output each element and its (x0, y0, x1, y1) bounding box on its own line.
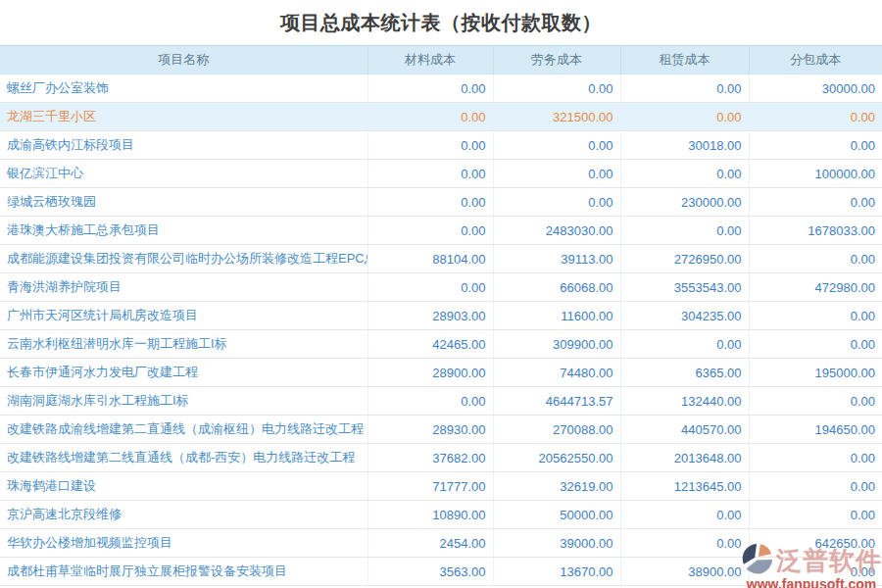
cell-project-name[interactable]: 绿城云栖玫瑰园 (0, 188, 368, 217)
table-row[interactable]: 青海洪湖养护院项目 0.00 66068.00 3553543.00 47298… (0, 273, 882, 302)
cell-project-name[interactable]: 港珠澳大桥施工总承包项目 (0, 217, 368, 245)
cell-rental-cost: 440570.00 (620, 416, 749, 444)
cell-project-name[interactable]: 珠海鹤港口建设 (0, 472, 368, 501)
table-row[interactable]: 港珠澳大桥施工总承包项目 0.00 2483030.00 0.00 167803… (0, 217, 882, 245)
cell-material-cost: 0.00 (368, 188, 493, 217)
cell-rental-cost: 0.00 (620, 501, 749, 529)
cell-labor-cost: 0.00 (493, 160, 620, 188)
cell-subcontract-cost: 472980.00 (749, 273, 882, 302)
cell-labor-cost: 321500.00 (493, 103, 620, 131)
cell-subcontract-cost: 0.00 (749, 387, 882, 416)
cell-labor-cost: 39000.00 (493, 529, 620, 558)
cell-labor-cost: 32619.00 (493, 472, 620, 501)
table-row[interactable]: 龙湖三千里小区 0.00 321500.00 0.00 0.00 (0, 103, 882, 131)
cell-labor-cost: 0.00 (493, 131, 620, 160)
cell-subcontract-cost: 0.00 (749, 188, 882, 217)
cell-rental-cost: 230000.00 (620, 188, 749, 217)
cell-rental-cost: 2726950.00 (620, 245, 749, 273)
table-row[interactable]: 绿城云栖玫瑰园 0.00 0.00 230000.00 0.00 (0, 188, 882, 217)
cell-rental-cost: 3553543.00 (620, 273, 749, 302)
cell-labor-cost: 66068.00 (493, 273, 620, 302)
cell-project-name[interactable]: 成都杜甫草堂临时展厅独立展柜报警设备安装项目 (0, 558, 368, 586)
cell-labor-cost: 270088.00 (493, 416, 620, 444)
cell-material-cost: 10890.00 (368, 501, 493, 529)
cell-project-name[interactable]: 青海洪湖养护院项目 (0, 273, 368, 302)
cell-labor-cost: 74480.00 (493, 359, 620, 387)
cell-labor-cost: 0.00 (493, 188, 620, 217)
col-header-subcontract-cost[interactable]: 分包成本 (749, 46, 882, 74)
table-row[interactable]: 银亿滨江中心 0.00 0.00 0.00 100000.00 (0, 160, 882, 188)
table-row[interactable]: 改建铁路线增建第二线直通线（成都-西安）电力线路迁改工程 37682.00 20… (0, 444, 882, 472)
cell-material-cost: 0.00 (368, 74, 493, 103)
col-header-material-cost[interactable]: 材料成本 (368, 46, 493, 74)
cell-subcontract-cost: 0.00 (749, 302, 882, 330)
table-row[interactable]: 长春市伊通河水力发电厂改建工程 28900.00 74480.00 6365.0… (0, 359, 882, 387)
cell-rental-cost: 2013648.00 (620, 444, 749, 472)
cell-material-cost: 2454.00 (368, 529, 493, 558)
cell-project-name[interactable]: 龙湖三千里小区 (0, 103, 368, 131)
project-cost-table: 项目名称 材料成本 劳务成本 租赁成本 分包成本 螺丝厂办公室装饰 0.00 0… (0, 45, 882, 586)
cell-subcontract-cost: 0.00 (749, 103, 882, 131)
table-row[interactable]: 改建铁路成渝线增建第二直通线（成渝枢纽）电力线路迁改工程 28930.00 27… (0, 416, 882, 444)
cell-rental-cost: 0.00 (620, 217, 749, 245)
cell-rental-cost: 6365.00 (620, 359, 749, 387)
table-row[interactable]: 成都能源建设集团投资有限公司临时办公场所装修改造工程EPC总承包 88104.0… (0, 245, 882, 273)
cell-subcontract-cost: 30000.00 (749, 74, 882, 103)
table-row[interactable]: 云南水利枢纽潜明水库一期工程施工I标 42465.00 309900.00 0.… (0, 330, 882, 359)
cell-material-cost: 28930.00 (368, 416, 493, 444)
table-row[interactable]: 成都杜甫草堂临时展厅独立展柜报警设备安装项目 3563.00 13670.00 … (0, 558, 882, 586)
cell-subcontract-cost: 194650.00 (749, 416, 882, 444)
cell-project-name[interactable]: 云南水利枢纽潜明水库一期工程施工I标 (0, 330, 368, 359)
cell-project-name[interactable]: 改建铁路线增建第二线直通线（成都-西安）电力线路迁改工程 (0, 444, 368, 472)
table-row[interactable]: 广州市天河区统计局机房改造项目 28903.00 11600.00 304235… (0, 302, 882, 330)
cell-rental-cost: 0.00 (620, 160, 749, 188)
cell-material-cost: 71777.00 (368, 472, 493, 501)
cell-rental-cost: 132440.00 (620, 387, 749, 416)
cell-labor-cost: 20562550.00 (493, 444, 620, 472)
cell-subcontract-cost: 0.00 (749, 245, 882, 273)
table-row[interactable]: 成渝高铁内江标段项目 0.00 0.00 30018.00 0.00 (0, 131, 882, 160)
cell-labor-cost: 0.00 (493, 74, 620, 103)
cell-subcontract-cost: 0.00 (749, 131, 882, 160)
cell-project-name[interactable]: 长春市伊通河水力发电厂改建工程 (0, 359, 368, 387)
cell-material-cost: 28903.00 (368, 302, 493, 330)
cell-project-name[interactable]: 银亿滨江中心 (0, 160, 368, 188)
cell-subcontract-cost: 0.00 (749, 472, 882, 501)
cell-project-name[interactable]: 广州市天河区统计局机房改造项目 (0, 302, 368, 330)
cell-labor-cost: 309900.00 (493, 330, 620, 359)
cell-rental-cost: 304235.00 (620, 302, 749, 330)
cell-labor-cost: 50000.00 (493, 501, 620, 529)
cell-material-cost: 3563.00 (368, 558, 493, 586)
table-row[interactable]: 螺丝厂办公室装饰 0.00 0.00 0.00 30000.00 (0, 74, 882, 103)
cell-rental-cost: 38900.00 (620, 558, 749, 586)
cell-subcontract-cost: 100000.00 (749, 160, 882, 188)
col-header-rental-cost[interactable]: 租赁成本 (620, 46, 749, 74)
cell-material-cost: 0.00 (368, 103, 493, 131)
table-row[interactable]: 珠海鹤港口建设 71777.00 32619.00 1213645.00 0.0… (0, 472, 882, 501)
cell-project-name[interactable]: 华软办公楼增加视频监控项目 (0, 529, 368, 558)
cell-project-name[interactable]: 湖南洞庭湖水库引水工程施工I标 (0, 387, 368, 416)
cell-project-name[interactable]: 成渝高铁内江标段项目 (0, 131, 368, 160)
cell-material-cost: 37682.00 (368, 444, 493, 472)
cell-project-name[interactable]: 螺丝厂办公室装饰 (0, 74, 368, 103)
cell-labor-cost: 4644713.57 (493, 387, 620, 416)
table-row[interactable]: 京沪高速北京段维修 10890.00 50000.00 0.00 0.00 (0, 501, 882, 529)
table-row[interactable]: 湖南洞庭湖水库引水工程施工I标 0.00 4644713.57 132440.0… (0, 387, 882, 416)
cell-labor-cost: 11600.00 (493, 302, 620, 330)
cell-labor-cost: 39113.00 (493, 245, 620, 273)
cell-project-name[interactable]: 京沪高速北京段维修 (0, 501, 368, 529)
cell-subcontract-cost: 195000.00 (749, 359, 882, 387)
cell-labor-cost: 2483030.00 (493, 217, 620, 245)
cell-project-name[interactable]: 成都能源建设集团投资有限公司临时办公场所装修改造工程EPC总承包 (0, 245, 368, 273)
table-row[interactable]: 华软办公楼增加视频监控项目 2454.00 39000.00 0.00 6426… (0, 529, 882, 558)
cell-rental-cost: 0.00 (620, 330, 749, 359)
cell-rental-cost: 1213645.00 (620, 472, 749, 501)
cell-project-name[interactable]: 改建铁路成渝线增建第二直通线（成渝枢纽）电力线路迁改工程 (0, 416, 368, 444)
cell-rental-cost: 0.00 (620, 74, 749, 103)
cell-material-cost: 28900.00 (368, 359, 493, 387)
col-header-project-name[interactable]: 项目名称 (0, 46, 368, 74)
cell-material-cost: 0.00 (368, 160, 493, 188)
cell-rental-cost: 0.00 (620, 103, 749, 131)
cell-subcontract-cost: 642650.00 (749, 529, 882, 558)
col-header-labor-cost[interactable]: 劳务成本 (493, 46, 620, 74)
